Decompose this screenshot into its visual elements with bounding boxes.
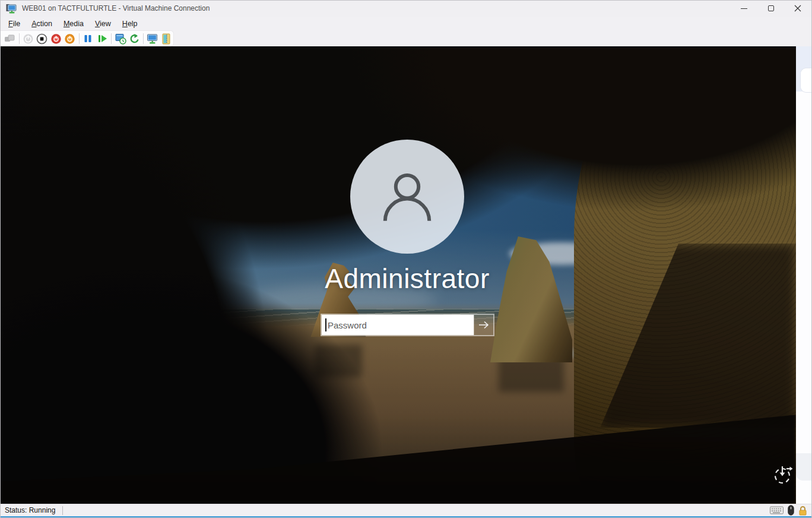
overlay-flyout-bottom bbox=[796, 453, 812, 481]
turn-off-icon bbox=[36, 33, 47, 45]
ctrl-alt-del-button[interactable] bbox=[3, 31, 17, 46]
toolbar-separator bbox=[19, 33, 20, 44]
status-bar: Status: Running bbox=[0, 504, 812, 516]
right-edge-panel bbox=[796, 31, 812, 504]
user-avatar bbox=[350, 140, 464, 254]
status-bar-separator bbox=[62, 506, 63, 515]
menu-item-file[interactable]: File bbox=[8, 20, 20, 28]
revert-button[interactable] bbox=[127, 31, 141, 46]
arrow-right-icon bbox=[478, 320, 490, 330]
user-name: Administrator bbox=[170, 263, 645, 295]
shut-down-button[interactable] bbox=[49, 31, 64, 46]
start-icon bbox=[23, 33, 34, 45]
minimize-button[interactable] bbox=[731, 0, 757, 17]
reset-button[interactable] bbox=[95, 31, 109, 46]
menu-bar: File Action Media View Help bbox=[0, 17, 812, 31]
toolbar-separator bbox=[143, 33, 144, 44]
toolbar-separator bbox=[79, 33, 80, 44]
virtual-machine-connection-icon bbox=[6, 4, 17, 14]
vmconnect-window: WEB01 on TACTFULTURTLE - Virtual Machine… bbox=[0, 0, 812, 518]
mouse-icon bbox=[788, 505, 794, 516]
status-bar-icons bbox=[770, 505, 807, 516]
submit-button[interactable] bbox=[474, 315, 493, 335]
start-button[interactable] bbox=[21, 31, 36, 46]
vm-display-top-border bbox=[0, 46, 796, 48]
pause-icon bbox=[83, 34, 93, 43]
enhanced-session-button[interactable] bbox=[145, 31, 160, 46]
window-title: WEB01 on TACTFULTURTLE - Virtual Machine… bbox=[22, 4, 210, 12]
turn-off-button[interactable] bbox=[35, 31, 49, 46]
minimize-icon bbox=[741, 8, 747, 9]
update-restart-icon[interactable] bbox=[772, 463, 794, 486]
menu-item-help[interactable]: Help bbox=[122, 20, 138, 28]
share-button[interactable] bbox=[159, 31, 173, 46]
titlebar: WEB01 on TACTFULTURTLE - Virtual Machine… bbox=[0, 0, 812, 17]
revert-icon bbox=[129, 33, 139, 44]
toolbar-separator bbox=[111, 33, 112, 44]
password-field-wrap bbox=[322, 315, 474, 335]
shut-down-icon bbox=[50, 33, 62, 45]
checkpoint-button[interactable] bbox=[113, 31, 128, 46]
checkpoint-icon bbox=[115, 33, 126, 45]
toolbar bbox=[0, 31, 812, 46]
maximize-button[interactable] bbox=[757, 0, 784, 17]
reset-icon bbox=[97, 34, 107, 43]
password-input[interactable] bbox=[322, 315, 474, 335]
close-button[interactable] bbox=[784, 0, 811, 17]
menu-item-view[interactable]: View bbox=[95, 20, 111, 28]
vm-display[interactable]: Administrator bbox=[0, 48, 796, 504]
maximize-icon bbox=[768, 5, 774, 11]
window-controls bbox=[731, 0, 811, 17]
pause-button[interactable] bbox=[81, 31, 96, 46]
menu-item-media[interactable]: Media bbox=[64, 20, 84, 28]
save-icon bbox=[64, 33, 75, 45]
flyout-button[interactable] bbox=[800, 68, 812, 93]
keyboard-icon bbox=[770, 506, 784, 514]
toolbar-buttons bbox=[0, 31, 173, 46]
status-text: Status: Running bbox=[5, 506, 55, 514]
enhanced-session-icon bbox=[147, 33, 158, 45]
lock-icon bbox=[798, 506, 807, 516]
login-panel: Administrator bbox=[0, 48, 796, 504]
person-icon bbox=[372, 161, 443, 232]
text-caret bbox=[325, 318, 326, 331]
share-icon bbox=[161, 33, 172, 45]
menu-item-action[interactable]: Action bbox=[31, 20, 52, 28]
ctrl-alt-del-icon bbox=[4, 33, 15, 44]
save-button[interactable] bbox=[63, 31, 77, 46]
close-icon bbox=[794, 5, 801, 12]
password-group bbox=[321, 314, 494, 336]
